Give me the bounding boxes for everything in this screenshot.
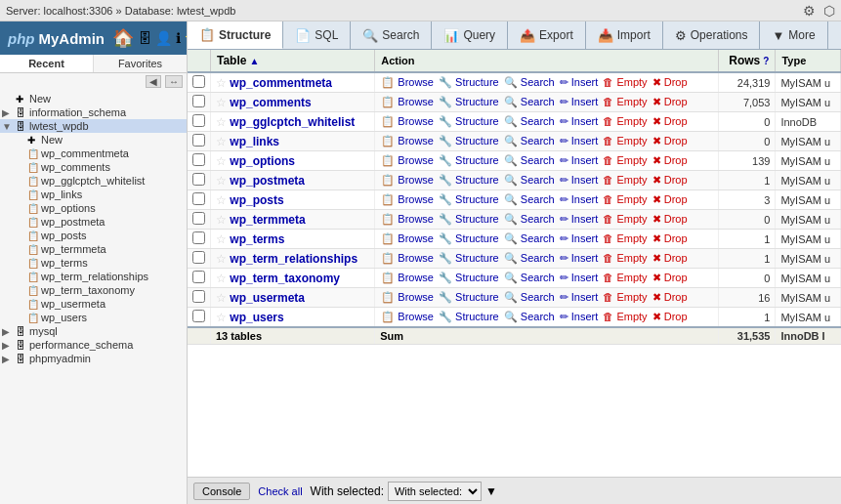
favorite-star-icon[interactable]: ☆ bbox=[216, 232, 230, 246]
drop-link[interactable]: ✖ Drop bbox=[652, 135, 688, 147]
sort-icon[interactable]: ▲ bbox=[250, 56, 260, 66]
row-checkbox[interactable] bbox=[192, 95, 205, 107]
empty-link[interactable]: 🗑 Empty bbox=[603, 311, 650, 322]
row-checkbox[interactable] bbox=[192, 173, 205, 186]
sidebar-tree-item[interactable]: ▶🗄mysql bbox=[0, 324, 187, 338]
insert-link[interactable]: ✏ Insert bbox=[560, 252, 602, 264]
favorite-star-icon[interactable]: ☆ bbox=[216, 272, 230, 285]
table-name-link[interactable]: wp_terms bbox=[230, 232, 284, 246]
favorite-star-icon[interactable]: ☆ bbox=[216, 291, 230, 305]
insert-link[interactable]: ✏ Insert bbox=[560, 291, 602, 303]
drop-link[interactable]: ✖ Drop bbox=[652, 272, 688, 283]
table-name-link[interactable]: wp_gglcptch_whitelist bbox=[230, 115, 355, 129]
structure-link[interactable]: 🔧 Structure bbox=[439, 213, 502, 225]
sidebar-tree-item[interactable]: ▼🗄lwtest_wpdb bbox=[0, 119, 187, 133]
row-checkbox[interactable] bbox=[192, 114, 205, 127]
browse-link[interactable]: 📋 Browse bbox=[381, 311, 437, 322]
sidebar-tree-item[interactable]: 📋wp_posts bbox=[0, 229, 187, 242]
row-checkbox[interactable] bbox=[192, 290, 205, 303]
check-all-link[interactable]: Check all bbox=[258, 485, 302, 497]
sidebar-tree-item[interactable]: 📋wp_gglcptch_whitelist bbox=[0, 174, 187, 188]
console-button[interactable]: Console bbox=[193, 483, 250, 500]
sidebar-tree-item[interactable]: ▶🗄information_schema bbox=[0, 105, 187, 119]
structure-link[interactable]: 🔧 Structure bbox=[439, 272, 502, 283]
table-name-link[interactable]: wp_users bbox=[230, 311, 283, 324]
sidebar-tree-item[interactable]: 📋wp_term_relationships bbox=[0, 270, 187, 283]
structure-link[interactable]: 🔧 Structure bbox=[439, 96, 502, 107]
expand-all-button[interactable]: ↔ bbox=[165, 75, 183, 88]
empty-link[interactable]: 🗑 Empty bbox=[603, 291, 650, 303]
structure-link[interactable]: 🔧 Structure bbox=[439, 291, 502, 303]
tab-operations[interactable]: ⚙Operations bbox=[663, 21, 761, 49]
structure-link[interactable]: 🔧 Structure bbox=[439, 76, 502, 88]
external-icon[interactable]: ⬡ bbox=[823, 3, 835, 19]
search-link[interactable]: 🔍 Search bbox=[504, 213, 558, 225]
favorite-star-icon[interactable]: ☆ bbox=[216, 76, 230, 90]
insert-link[interactable]: ✏ Insert bbox=[560, 154, 602, 166]
table-name-link[interactable]: wp_commentmeta bbox=[230, 76, 332, 90]
insert-link[interactable]: ✏ Insert bbox=[560, 193, 602, 205]
browse-link[interactable]: 📋 Browse bbox=[381, 213, 437, 225]
structure-link[interactable]: 🔧 Structure bbox=[439, 232, 502, 244]
structure-link[interactable]: 🔧 Structure bbox=[439, 252, 502, 264]
insert-link[interactable]: ✏ Insert bbox=[560, 232, 602, 244]
tab-query[interactable]: 📊Query bbox=[432, 21, 508, 49]
row-checkbox[interactable] bbox=[192, 153, 205, 166]
drop-link[interactable]: ✖ Drop bbox=[652, 213, 688, 225]
sidebar-tree-item[interactable]: ▶🗄phpmyadmin bbox=[0, 352, 187, 365]
insert-link[interactable]: ✏ Insert bbox=[560, 135, 602, 147]
drop-link[interactable]: ✖ Drop bbox=[652, 115, 688, 127]
drop-link[interactable]: ✖ Drop bbox=[652, 193, 688, 205]
drop-link[interactable]: ✖ Drop bbox=[652, 154, 688, 166]
search-link[interactable]: 🔍 Search bbox=[504, 232, 558, 244]
row-checkbox[interactable] bbox=[192, 231, 205, 244]
drop-link[interactable]: ✖ Drop bbox=[652, 252, 688, 264]
collapse-all-button[interactable]: ◀ bbox=[146, 75, 161, 88]
table-name-link[interactable]: wp_postmeta bbox=[230, 174, 305, 188]
insert-link[interactable]: ✏ Insert bbox=[560, 311, 602, 322]
table-name-link[interactable]: wp_term_taxonomy bbox=[230, 272, 340, 285]
browse-link[interactable]: 📋 Browse bbox=[381, 96, 437, 107]
empty-link[interactable]: 🗑 Empty bbox=[603, 76, 650, 88]
search-link[interactable]: 🔍 Search bbox=[504, 272, 558, 283]
row-checkbox[interactable] bbox=[192, 310, 205, 322]
empty-link[interactable]: 🗑 Empty bbox=[603, 115, 650, 127]
favorite-star-icon[interactable]: ☆ bbox=[216, 311, 230, 324]
search-link[interactable]: 🔍 Search bbox=[504, 193, 558, 205]
drop-link[interactable]: ✖ Drop bbox=[652, 174, 688, 186]
favorite-star-icon[interactable]: ☆ bbox=[216, 135, 230, 148]
search-link[interactable]: 🔍 Search bbox=[504, 96, 558, 107]
favorite-star-icon[interactable]: ☆ bbox=[216, 115, 230, 129]
sidebar-tree-item[interactable]: ✚New bbox=[0, 92, 187, 105]
drop-link[interactable]: ✖ Drop bbox=[652, 76, 688, 88]
structure-link[interactable]: 🔧 Structure bbox=[439, 135, 502, 147]
search-link[interactable]: 🔍 Search bbox=[504, 252, 558, 264]
browse-link[interactable]: 📋 Browse bbox=[381, 272, 437, 283]
structure-link[interactable]: 🔧 Structure bbox=[439, 115, 502, 127]
empty-link[interactable]: 🗑 Empty bbox=[603, 252, 650, 264]
with-selected-dropdown[interactable]: With selected:BrowseStructureSearchAnaly… bbox=[388, 482, 482, 501]
table-name-link[interactable]: wp_usermeta bbox=[230, 291, 305, 305]
structure-link[interactable]: 🔧 Structure bbox=[439, 174, 502, 186]
tab-more[interactable]: ▼More bbox=[760, 21, 827, 49]
tab-export[interactable]: 📤Export bbox=[508, 21, 586, 49]
insert-link[interactable]: ✏ Insert bbox=[560, 96, 602, 107]
empty-link[interactable]: 🗑 Empty bbox=[603, 96, 650, 107]
empty-link[interactable]: 🗑 Empty bbox=[603, 154, 650, 166]
drop-link[interactable]: ✖ Drop bbox=[652, 291, 688, 303]
insert-link[interactable]: ✏ Insert bbox=[560, 272, 602, 283]
sidebar-tree-item[interactable]: 📋wp_termmeta bbox=[0, 242, 187, 256]
sidebar-tree-item[interactable]: 📋wp_users bbox=[0, 311, 187, 324]
table-name-link[interactable]: wp_options bbox=[230, 154, 295, 168]
sidebar-tree-item[interactable]: ▶🗄performance_schema bbox=[0, 338, 187, 352]
insert-link[interactable]: ✏ Insert bbox=[560, 76, 602, 88]
browse-link[interactable]: 📋 Browse bbox=[381, 174, 437, 186]
favorite-star-icon[interactable]: ☆ bbox=[216, 174, 230, 188]
structure-link[interactable]: 🔧 Structure bbox=[439, 193, 502, 205]
insert-link[interactable]: ✏ Insert bbox=[560, 174, 602, 186]
sidebar-tree-item[interactable]: 📋wp_terms bbox=[0, 256, 187, 270]
favorite-star-icon[interactable]: ☆ bbox=[216, 154, 230, 168]
browse-link[interactable]: 📋 Browse bbox=[381, 154, 437, 166]
sidebar-tree-item[interactable]: 📋wp_commentmeta bbox=[0, 147, 187, 160]
favorite-star-icon[interactable]: ☆ bbox=[216, 252, 230, 266]
